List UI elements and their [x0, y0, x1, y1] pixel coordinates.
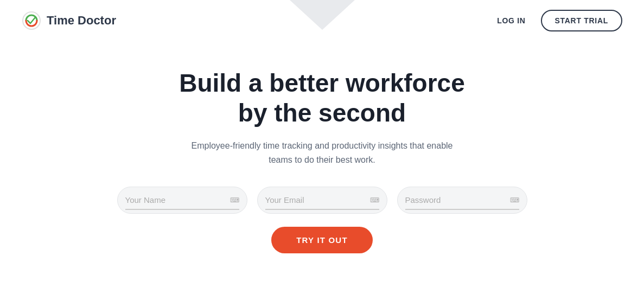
password-input-icon: ⌨ [510, 196, 519, 204]
logo-text: Time Doctor [47, 14, 116, 28]
hero-section: Build a better workforce by the second E… [0, 41, 644, 253]
start-trial-button[interactable]: START TRIAL [541, 10, 622, 31]
try-it-out-button[interactable]: TRY IT OUT [271, 227, 373, 253]
login-link[interactable]: LOG IN [497, 16, 525, 25]
logo-area: Time Doctor [22, 11, 116, 30]
email-input[interactable] [265, 195, 379, 205]
signup-form: ⌨ ⌨ ⌨ [117, 187, 527, 214]
navbar: Time Doctor LOG IN START TRIAL [0, 0, 644, 41]
name-input-wrapper: ⌨ [117, 187, 247, 214]
name-input-icon: ⌨ [230, 196, 239, 204]
hero-title: Build a better workforce by the second [179, 68, 465, 128]
nav-right: LOG IN START TRIAL [497, 10, 622, 31]
email-input-wrapper: ⌨ [257, 187, 387, 214]
name-input[interactable] [125, 195, 239, 205]
logo-icon [22, 11, 41, 30]
email-input-icon: ⌨ [370, 196, 379, 204]
password-input[interactable] [405, 195, 519, 205]
password-input-wrapper: ⌨ [397, 187, 527, 214]
hero-subtitle: Employee-friendly time tracking and prod… [181, 139, 463, 167]
